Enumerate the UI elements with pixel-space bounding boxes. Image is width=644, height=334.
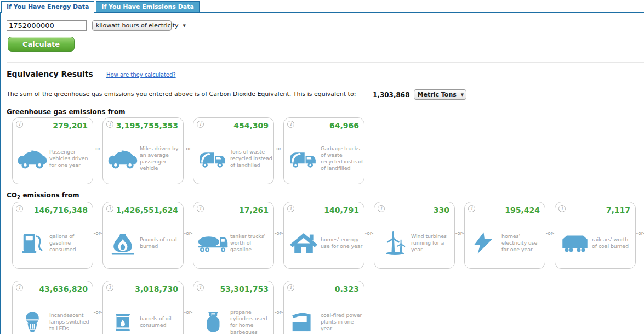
info-icon[interactable]: i <box>197 205 204 212</box>
info-icon[interactable]: i <box>287 284 294 291</box>
card-value: 140,791 <box>324 206 359 214</box>
equivalency-card: i7,117 railcars' worth of coal burned <box>555 202 636 269</box>
garbage-truck-icon <box>288 145 320 172</box>
led-bulb-icon <box>16 308 48 334</box>
or-separator: -or- <box>636 230 644 236</box>
tab-emissions-data[interactable]: If You Have Emissions Data <box>96 1 200 12</box>
card-value: 53,301,753 <box>220 285 269 293</box>
railcar-icon <box>559 230 591 257</box>
sum-row: The sum of the greenhouse gas emissions … <box>7 90 644 101</box>
card-label: barrels of oil consumed <box>140 315 182 329</box>
card-value: 3,018,730 <box>135 285 178 293</box>
or-separator: -or- <box>545 230 555 236</box>
car-icon <box>16 145 48 172</box>
card-value: 43,636,820 <box>39 285 88 293</box>
card-label: Passenger vehicles driven for one year <box>49 149 92 168</box>
energy-unit-select[interactable]: kilowatt-hours of electricity ▼ <box>92 20 172 31</box>
equivalency-card: i0.323 coal-fired power plants in one ye… <box>283 281 364 334</box>
wind-turbine-icon <box>378 230 410 256</box>
card-label: Wind turbines running for a year <box>411 233 453 253</box>
card-row: i279,201 Passenger vehicles driven for o… <box>12 117 644 184</box>
info-icon[interactable]: i <box>197 121 204 128</box>
info-icon[interactable]: i <box>378 205 385 212</box>
or-separator: -or- <box>274 146 283 151</box>
tab-content-panel: kilowatt-hours of electricity ▼ Calculat… <box>0 12 644 334</box>
how-calculated-link[interactable]: How are they calculated? <box>106 72 176 78</box>
info-icon[interactable]: i <box>468 205 475 212</box>
card-value: 64,966 <box>329 121 359 130</box>
or-separator: -or- <box>364 230 374 236</box>
info-icon[interactable]: i <box>197 284 204 291</box>
or-separator: -or- <box>184 309 193 315</box>
sum-value: 1,303,868 <box>373 91 410 99</box>
section-divider <box>7 62 644 63</box>
power-plant-icon <box>288 309 320 334</box>
card-value: 1,426,551,624 <box>116 206 178 214</box>
card-value: 195,424 <box>505 206 540 214</box>
info-icon[interactable]: i <box>106 284 113 291</box>
energy-form: kilowatt-hours of electricity ▼ <box>7 20 644 31</box>
card-label: tanker trucks' worth of gasoline <box>230 233 272 253</box>
info-icon[interactable]: i <box>558 205 566 212</box>
card-label: Garbage trucks of waste recycled instead… <box>321 145 363 172</box>
garbage-truck-icon <box>197 145 229 172</box>
card-label: propane cylinders used for home barbeque… <box>230 309 272 334</box>
tab-energy-data[interactable]: If You Have Energy Data <box>1 1 94 13</box>
or-separator: -or- <box>93 309 102 315</box>
card-label: Tons of waste recycled instead of landfi… <box>230 149 272 168</box>
tab-bar: If You Have Energy Data If You Have Emis… <box>0 1 644 12</box>
equivalency-card: i64,966 Garbage trucks of waste recycled… <box>283 117 364 184</box>
sum-unit-value: Metric Tons <box>418 91 457 98</box>
car-icon <box>107 145 139 172</box>
or-separator: -or- <box>274 230 283 236</box>
card-value: 330 <box>434 206 449 214</box>
chevron-down-icon: ▼ <box>461 93 464 97</box>
card-label: gallons of gasoline consumed <box>49 233 92 253</box>
info-icon[interactable]: i <box>287 121 294 128</box>
card-value: 146,716,348 <box>34 206 88 214</box>
coal-furnace-icon <box>107 230 139 256</box>
equivalency-card: i454,309 Tons of waste recycled instead … <box>193 117 274 184</box>
or-separator: -or- <box>184 230 193 236</box>
card-value: 0.323 <box>335 285 359 293</box>
equivalency-card: i279,201 Passenger vehicles driven for o… <box>12 117 93 184</box>
sum-unit-select[interactable]: Metric Tons ▼ <box>414 89 466 100</box>
lightning-bolt-icon <box>469 231 500 255</box>
card-label: Miles driven by an average passenger veh… <box>140 145 182 172</box>
card-value: 7,117 <box>606 206 630 214</box>
card-label: homes' energy use for one year <box>321 236 363 250</box>
info-icon[interactable]: i <box>16 121 23 128</box>
info-icon[interactable]: i <box>16 284 23 291</box>
card-value: 17,261 <box>239 206 269 214</box>
equivalency-card: i17,261 tanker trucks' worth of gasoline <box>193 202 274 269</box>
equivalency-results-title: Equivalency Results <box>7 70 93 78</box>
card-value: 454,309 <box>233 121 269 130</box>
or-separator: -or- <box>455 230 464 236</box>
equivalency-card: i330 Wind turbines running for a year <box>374 202 455 269</box>
info-icon[interactable]: i <box>106 205 113 212</box>
info-icon[interactable]: i <box>106 121 113 128</box>
chevron-down-icon: ▼ <box>183 24 186 28</box>
equivalency-card: i43,636,820 Incandescent lamps switched … <box>12 281 93 334</box>
or-separator: -or- <box>93 230 102 236</box>
equivalency-card: i3,195,755,353 Miles driven by an averag… <box>102 117 184 184</box>
equivalency-card: i3,018,730 barrels of oil consumed <box>102 281 184 334</box>
gas-pump-icon <box>16 230 48 256</box>
tanker-truck-icon <box>197 229 229 257</box>
card-value: 279,201 <box>53 121 88 130</box>
card-label: Pounds of coal burned <box>140 236 182 250</box>
equivalency-card: i140,791 homes' energy use for one year <box>283 202 364 269</box>
energy-amount-input[interactable] <box>7 20 87 31</box>
calculate-button[interactable]: Calculate <box>8 37 75 52</box>
or-separator: -or- <box>184 146 193 151</box>
card-label: Incandescent lamps switched to LEDs <box>49 312 92 332</box>
info-icon[interactable]: i <box>16 205 23 212</box>
or-separator: -or- <box>93 146 102 151</box>
card-row: i43,636,820 Incandescent lamps switched … <box>12 281 644 334</box>
sum-text: The sum of the greenhouse gas emissions … <box>7 90 356 98</box>
section-heading: CO2 emissions from <box>7 191 644 200</box>
card-label: coal-fired power plants in one year <box>321 312 363 332</box>
equivalency-card: i1,426,551,624 Pounds of coal burned <box>102 202 184 269</box>
info-icon[interactable]: i <box>287 205 294 212</box>
equivalency-card: i195,424 homes' electricity use for one … <box>464 202 545 269</box>
